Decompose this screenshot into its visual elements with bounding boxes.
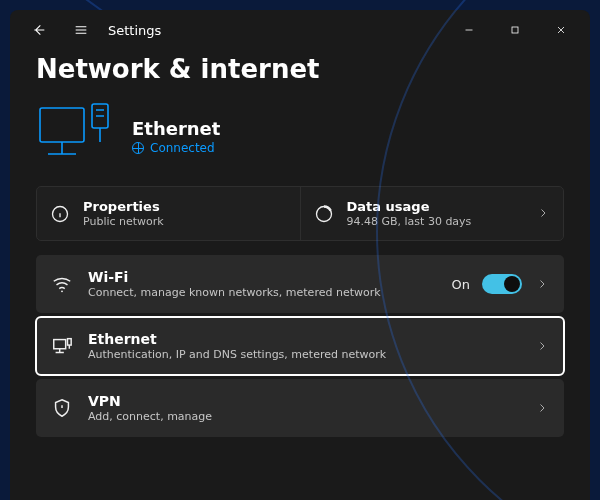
globe-icon (132, 142, 144, 154)
svg-rect-1 (40, 108, 84, 142)
data-usage-tile[interactable]: Data usage 94.48 GB, last 30 days (300, 187, 564, 240)
maximize-icon (509, 24, 521, 36)
minimize-icon (463, 24, 475, 36)
properties-title: Properties (83, 199, 164, 214)
vpn-title: VPN (88, 393, 212, 409)
hero-status-label: Connected (150, 141, 215, 155)
title-bar: Settings (10, 10, 590, 50)
properties-tile[interactable]: Properties Public network (37, 187, 300, 240)
svg-rect-6 (54, 340, 66, 349)
svg-rect-0 (512, 27, 518, 33)
wifi-row[interactable]: Wi-Fi Connect, manage known networks, me… (36, 255, 564, 313)
ethernet-row[interactable]: Ethernet Authentication, IP and DNS sett… (36, 317, 564, 375)
settings-window: Settings Network & internet (10, 10, 590, 500)
arrow-left-icon (31, 22, 47, 38)
connection-hero: Ethernet Connected (36, 98, 564, 174)
page-title: Network & internet (36, 54, 564, 84)
wifi-state-label: On (452, 277, 470, 292)
hamburger-icon (73, 22, 89, 38)
menu-button[interactable] (60, 14, 102, 46)
chevron-right-icon (534, 337, 550, 356)
window-controls (446, 14, 584, 46)
maximize-button[interactable] (492, 14, 538, 46)
content-area: Network & internet Ethernet Connected (10, 50, 590, 500)
back-button[interactable] (18, 14, 60, 46)
data-usage-title: Data usage (347, 199, 472, 214)
summary-tiles: Properties Public network Data usage 94.… (36, 186, 564, 241)
chevron-right-icon (534, 275, 550, 294)
data-usage-sub: 94.48 GB, last 30 days (347, 215, 472, 228)
vpn-row[interactable]: VPN Add, connect, manage (36, 379, 564, 437)
wifi-icon (50, 273, 74, 295)
app-title: Settings (108, 23, 161, 38)
chevron-right-icon (535, 204, 551, 223)
info-icon (49, 204, 71, 224)
close-button[interactable] (538, 14, 584, 46)
settings-list: Wi-Fi Connect, manage known networks, me… (36, 255, 564, 437)
wifi-toggle[interactable] (482, 274, 522, 294)
close-icon (555, 24, 567, 36)
properties-sub: Public network (83, 215, 164, 228)
svg-point-5 (61, 290, 63, 292)
ethernet-sub: Authentication, IP and DNS settings, met… (88, 348, 386, 361)
data-usage-icon (313, 204, 335, 224)
hero-heading: Ethernet (132, 118, 220, 139)
ethernet-icon (50, 335, 74, 357)
wifi-title: Wi-Fi (88, 269, 381, 285)
chevron-right-icon (534, 399, 550, 418)
wifi-sub: Connect, manage known networks, metered … (88, 286, 381, 299)
hero-status: Connected (132, 141, 220, 155)
ethernet-title: Ethernet (88, 331, 386, 347)
svg-rect-7 (68, 339, 72, 345)
ethernet-hero-icon (36, 98, 114, 174)
shield-icon (50, 397, 74, 419)
minimize-button[interactable] (446, 14, 492, 46)
vpn-sub: Add, connect, manage (88, 410, 212, 423)
